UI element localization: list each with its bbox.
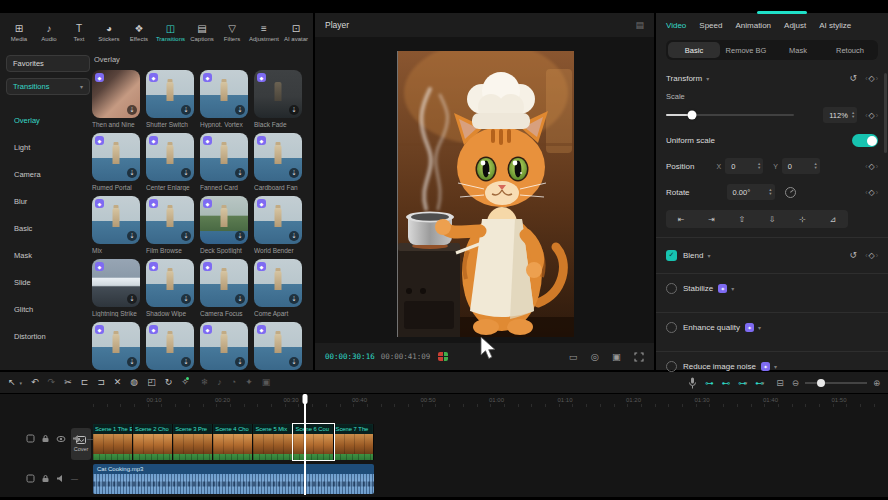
transition-item-12[interactable]: ◆ ⇣ Lightning Strike <box>92 259 140 317</box>
favorites-button[interactable]: Favorites <box>6 55 90 72</box>
scale-slider-thumb[interactable] <box>687 111 696 120</box>
toolbar-item-6[interactable]: ▤ Captions <box>189 16 215 50</box>
video-clip-1[interactable]: Scene 2 Cho <box>133 424 173 460</box>
feature-checkbox-1[interactable] <box>666 322 677 333</box>
toolbar-item-3[interactable]: ◕ Stickers <box>96 16 122 50</box>
scale-step-down-icon[interactable]: ▾ <box>852 115 854 119</box>
chevron-down-icon[interactable]: ▾ <box>731 285 734 292</box>
track-resize-handle[interactable]: — <box>71 475 78 482</box>
transition-item-16[interactable]: ◆ ⇣ <box>92 322 140 370</box>
2-align-tool-icon[interactable]: ⇧ <box>738 215 745 224</box>
2-tool-icon[interactable]: ↷ <box>48 378 56 387</box>
hide-track-icon[interactable] <box>56 435 66 443</box>
0-tool-icon[interactable]: ↖ <box>8 378 16 387</box>
transition-item-18[interactable]: ◆ ⇣ <box>200 322 248 370</box>
category-item-3[interactable]: Blur <box>6 188 90 215</box>
1-toggle-icon[interactable]: ⊷ <box>722 378 731 388</box>
video-clip-5[interactable]: Scene 6 Cou <box>293 424 333 460</box>
7-tool-icon[interactable]: ◍ <box>130 378 138 387</box>
color-grid-icon[interactable] <box>438 352 448 361</box>
toolbar-item-7[interactable]: ▽ Filters <box>219 16 245 50</box>
subtab-3[interactable]: Retouch <box>824 42 876 58</box>
rotate-value-field[interactable]: 0.00° ▴▾ <box>727 184 775 200</box>
4-align-tool-icon[interactable]: ⊹ <box>799 215 806 224</box>
12-tool-icon[interactable]: ♪ <box>217 378 222 387</box>
category-item-4[interactable]: Basic <box>6 215 90 242</box>
timeline-ruler[interactable]: 00:1000:2000:3000:4000:5001:0001:1001:20… <box>0 394 888 407</box>
9-tool-icon[interactable]: ↻ <box>165 378 173 387</box>
0-toggle-icon[interactable]: ⊶ <box>705 378 714 388</box>
lock-icon[interactable] <box>41 434 50 443</box>
toolbar-item-2[interactable]: T Text <box>66 16 92 50</box>
scale-slider[interactable] <box>666 114 794 116</box>
toolbar-item-9[interactable]: ⊡ AI avatar <box>283 16 309 50</box>
lock-icon[interactable] <box>41 474 50 483</box>
feature-checkbox-2[interactable] <box>666 361 677 372</box>
tab-0[interactable]: Video <box>666 21 686 33</box>
category-item-2[interactable]: Camera <box>6 161 90 188</box>
tool-caret-icon[interactable]: ▾ <box>20 380 23 386</box>
scale-keyframe-control[interactable]: ‹ ◇ › <box>865 111 878 120</box>
blend-keyframe-control[interactable]: ‹ ◇ › <box>865 251 878 260</box>
subtab-0[interactable]: Basic <box>668 42 720 58</box>
transitions-dropdown[interactable]: Transitions ▾ <box>6 78 90 95</box>
toolbar-item-0[interactable]: ⊞ Media <box>6 16 32 50</box>
category-item-5[interactable]: Mask <box>6 242 90 269</box>
tab-3[interactable]: Adjust <box>784 21 806 33</box>
subtab-2[interactable]: Mask <box>772 42 824 58</box>
transition-item-0[interactable]: ◆ ⇣ Then and Nine <box>92 70 140 128</box>
11-tool-icon[interactable]: ❄ <box>201 378 209 387</box>
chevron-down-icon[interactable]: ▾ <box>707 252 710 259</box>
zoom-in-icon[interactable]: ⊕ <box>873 378 880 388</box>
feature-checkbox-0[interactable] <box>666 283 677 294</box>
toolbar-item-8[interactable]: ≡ Adjustment <box>249 16 279 50</box>
pill-caret-icon[interactable]: ▾ <box>745 380 748 386</box>
toolbar-item-1[interactable]: ♪ Audio <box>36 16 62 50</box>
0-align-tool-icon[interactable]: ⇤ <box>678 215 685 224</box>
transition-item-9[interactable]: ◆ ⇣ Film Browse <box>146 196 194 254</box>
transition-item-5[interactable]: ◆ ⇣ Center Enlarge <box>146 133 194 191</box>
transition-item-11[interactable]: ◆ ⇣ World Bender <box>254 196 302 254</box>
chevron-down-icon[interactable]: ▾ <box>774 363 777 370</box>
tab-2[interactable]: Animation <box>735 21 771 33</box>
toolbar-item-4[interactable]: ❖ Effects <box>126 16 152 50</box>
position-keyframe-control[interactable]: ‹ ◇ › <box>865 162 878 171</box>
1-tool-icon[interactable]: ↶ <box>31 378 39 387</box>
reset-blend-icon[interactable]: ↺ <box>850 250 858 260</box>
transition-item-2[interactable]: ◆ ⇣ Hypnot. Vortex <box>200 70 248 128</box>
15-tool-icon[interactable]: ▣ <box>262 378 271 387</box>
video-clip-4[interactable]: Scene 5 Mix <box>253 424 293 460</box>
4-tool-icon[interactable]: ⊏ <box>81 378 89 387</box>
category-item-1[interactable]: Light <box>6 134 90 161</box>
13-tool-icon[interactable]: ◔ <box>231 378 236 387</box>
transition-item-14[interactable]: ◆ ⇣ Camera Focus <box>200 259 248 317</box>
pill-caret-icon[interactable]: ▾ <box>762 380 765 386</box>
14-tool-icon[interactable]: ✦ <box>245 378 253 387</box>
transition-item-17[interactable]: ◆ ⇣ <box>146 322 194 370</box>
3-tool-icon[interactable]: ✂ <box>64 378 72 387</box>
transition-item-1[interactable]: ◆ ⇣ Shutter Switch <box>146 70 194 128</box>
5-align-tool-icon[interactable]: ⊿ <box>829 215 836 224</box>
6-tool-icon[interactable]: ✕ <box>114 378 122 387</box>
rotate-dial[interactable] <box>785 187 796 198</box>
transition-item-3[interactable]: ◆ ⇣ Black Fade <box>254 70 302 128</box>
preview-canvas[interactable] <box>315 37 654 343</box>
cover-button[interactable]: Cover <box>71 428 91 460</box>
position-y-field[interactable]: 0 ▴▾ <box>782 158 820 174</box>
zoom-out-icon[interactable]: ⊖ <box>792 378 799 388</box>
subtab-1[interactable]: Remove BG <box>720 42 772 58</box>
8-tool-icon[interactable]: ◰ <box>147 378 156 387</box>
category-item-6[interactable]: Slide <box>6 269 90 296</box>
reset-transform-icon[interactable]: ↺ <box>850 73 858 83</box>
voiceover-mic-icon[interactable] <box>688 377 697 389</box>
1-align-tool-icon[interactable]: ⇥ <box>708 215 715 224</box>
uniform-scale-toggle[interactable] <box>852 134 878 147</box>
audio-clip[interactable]: Cat Cooking.mp3 <box>93 464 374 494</box>
transition-item-10[interactable]: ◆ ⇣ Deck Spotlight <box>200 196 248 254</box>
transition-item-15[interactable]: ◆ ⇣ Come Apart <box>254 259 302 317</box>
rotate-keyframe-control[interactable]: ‹ ◇ › <box>865 188 878 197</box>
transform-keyframe-control[interactable]: ‹ ◇ › <box>865 74 878 83</box>
transition-item-7[interactable]: ◆ ⇣ Cardboard Fan <box>254 133 302 191</box>
mute-track-icon[interactable] <box>72 434 81 443</box>
transition-item-19[interactable]: ◆ ⇣ <box>254 322 302 370</box>
